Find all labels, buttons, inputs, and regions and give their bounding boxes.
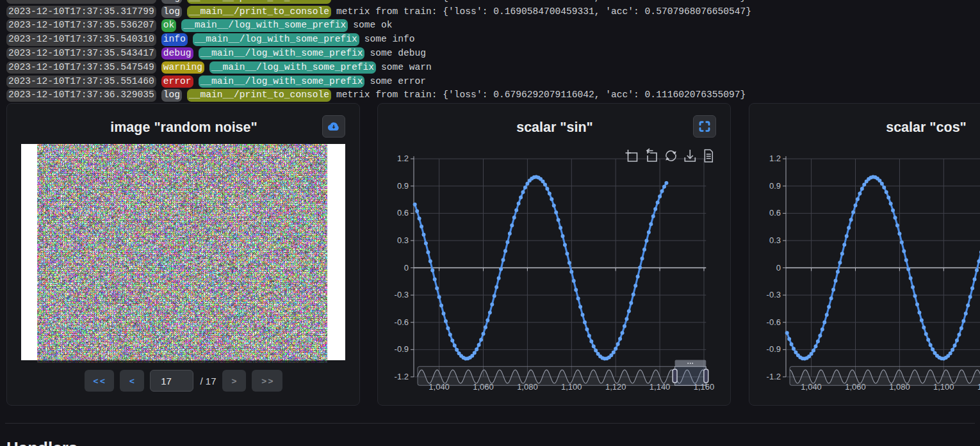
svg-text:-0.3: -0.3 (395, 290, 409, 299)
svg-text:1.2: 1.2 (397, 154, 409, 163)
svg-text:0: 0 (404, 263, 409, 273)
svg-text:-0.3: -0.3 (767, 290, 781, 299)
svg-text:0.6: 0.6 (397, 208, 409, 218)
svg-text:0.6: 0.6 (769, 208, 781, 218)
svg-text:-0.6: -0.6 (395, 317, 409, 327)
svg-text:0: 0 (776, 263, 781, 273)
svg-text:0.9: 0.9 (769, 181, 781, 191)
svg-text:0.9: 0.9 (397, 181, 409, 191)
svg-text:-0.6: -0.6 (767, 317, 781, 327)
svg-text:0.3: 0.3 (769, 235, 781, 245)
svg-text:-0.9: -0.9 (767, 344, 781, 354)
svg-text:-1.2: -1.2 (767, 372, 781, 381)
svg-text:1.2: 1.2 (769, 154, 781, 163)
svg-text:0.3: 0.3 (397, 235, 409, 245)
svg-text:-0.9: -0.9 (395, 344, 409, 354)
svg-text:-1.2: -1.2 (395, 372, 409, 381)
